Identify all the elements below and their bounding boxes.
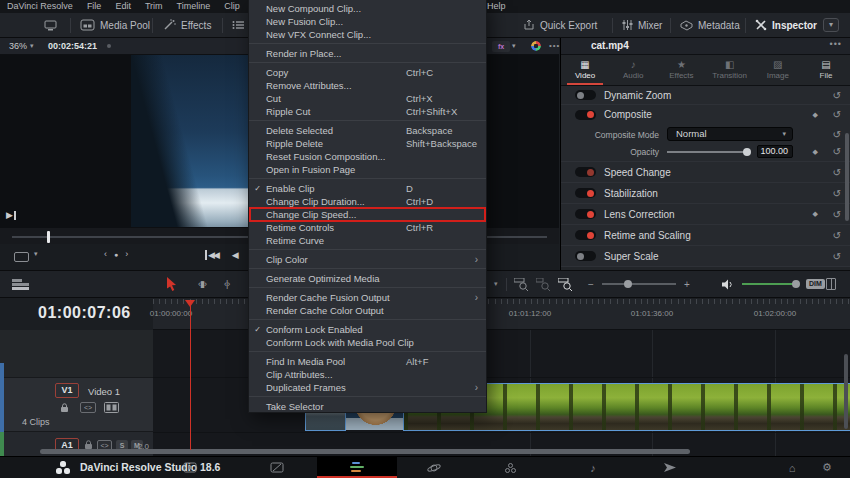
playhead-handle[interactable] xyxy=(185,300,195,307)
reset-icon[interactable]: ↺ xyxy=(833,109,841,120)
context-menu-item-render-in-place[interactable]: Render in Place... xyxy=(249,47,486,60)
toggle-switch[interactable] xyxy=(575,188,596,198)
menu-help[interactable]: Help xyxy=(487,0,506,13)
trim-edit-mode-button[interactable]: ‹▮› xyxy=(198,271,206,297)
selection-tool-button[interactable] xyxy=(166,271,178,297)
inspector-section-retime-and-scaling[interactable]: Retime and Scaling↺ xyxy=(561,225,850,246)
scrub-handle[interactable] xyxy=(47,231,50,243)
context-menu-item-ripple-delete[interactable]: Ripple DeleteShift+Backspace xyxy=(249,137,486,150)
page-edit-tab[interactable] xyxy=(317,457,397,478)
metadata-button[interactable]: Metadata xyxy=(680,13,740,37)
dim-button[interactable]: DIM xyxy=(806,279,825,289)
page-settings-button[interactable]: ⚙ xyxy=(807,457,847,478)
context-menu-item-cut[interactable]: CutCtrl+X xyxy=(249,92,486,105)
inspector-section-speed-change[interactable]: Speed Change↺ xyxy=(561,162,850,183)
context-menu-item-delete-selected[interactable]: Delete SelectedBackspace xyxy=(249,124,486,137)
page-fairlight-tab[interactable]: ♪ xyxy=(573,457,613,478)
context-menu-item-change-clip-speed[interactable]: Change Clip Speed... xyxy=(249,208,486,221)
toggle-switch[interactable] xyxy=(575,251,596,261)
timeline-zoom-slider[interactable] xyxy=(602,283,676,285)
toggle-switch[interactable] xyxy=(575,209,596,219)
viewer-options-button[interactable]: ••• xyxy=(549,38,560,54)
timeline-panels-icon[interactable] xyxy=(826,278,836,290)
page-cut-tab[interactable] xyxy=(257,457,297,478)
inspector-section-stabilization[interactable]: Stabilization↺ xyxy=(561,183,850,204)
timeline-horizontal-scrollbar[interactable] xyxy=(40,449,690,454)
playhead[interactable] xyxy=(190,300,191,450)
zoom-in-button[interactable]: + xyxy=(684,271,690,297)
context-menu-item-find-in-media-pool[interactable]: Find In Media PoolAlt+F xyxy=(249,355,486,368)
toggle-switch[interactable] xyxy=(575,110,596,120)
tab-video[interactable]: ▦Video xyxy=(561,55,609,85)
context-menu-item-duplicated-frames[interactable]: Duplicated Frames› xyxy=(249,381,486,394)
reset-icon[interactable]: ↺ xyxy=(833,209,841,220)
context-menu-item-ripple-cut[interactable]: Ripple CutCtrl+Shift+X xyxy=(249,105,486,118)
context-menu-item-conform-lock-with-media-pool-clip[interactable]: Conform Lock with Media Pool Clip xyxy=(249,336,486,349)
mixer-button[interactable]: Mixer xyxy=(622,13,662,37)
safe-area-button[interactable] xyxy=(14,252,29,262)
inspector-section-composite[interactable]: Composite◆↺ xyxy=(561,105,850,124)
zoom-custom-button[interactable] xyxy=(558,271,573,297)
inspector-section-lens-correction[interactable]: Lens Correction◆↺ xyxy=(561,204,850,225)
chevron-down-icon[interactable]: ▾ xyxy=(494,271,498,297)
tab-file[interactable]: ▤File xyxy=(802,55,850,85)
context-menu-item-clip-attributes[interactable]: Clip Attributes... xyxy=(249,368,486,381)
reset-icon[interactable]: ↺ xyxy=(833,167,841,178)
timeline-view-options-button[interactable] xyxy=(12,271,30,297)
tab-image[interactable]: ▨Image xyxy=(754,55,802,85)
audio-track-header-a1[interactable]: A1<>SM2.0 xyxy=(0,432,153,459)
context-menu-item-conform-lock-enabled[interactable]: ✓Conform Lock Enabled xyxy=(249,323,486,336)
reset-icon[interactable]: ↺ xyxy=(833,251,841,262)
menu-file[interactable]: File xyxy=(80,0,109,13)
reset-icon[interactable]: ↺ xyxy=(833,146,841,157)
context-menu-item-take-selector[interactable]: Take Selector xyxy=(249,400,486,413)
auto-track-selector-icon[interactable]: <> xyxy=(80,402,96,413)
opacity-value-field[interactable]: 100.00 xyxy=(757,145,793,158)
context-menu-item-open-in-fusion-page[interactable]: Open in Fusion Page xyxy=(249,163,486,176)
context-menu-item-generate-optimized-media[interactable]: Generate Optimized Media xyxy=(249,272,486,285)
page-media-tab[interactable] xyxy=(170,457,210,478)
film-strip-icon[interactable] xyxy=(104,402,119,413)
keyframe-icon[interactable]: ◆ xyxy=(813,210,818,218)
zoom-full-extent-button[interactable] xyxy=(514,271,529,297)
video-track-header[interactable]: V1 Video 1 <> 4 Clips xyxy=(0,377,153,432)
zoom-slider-handle[interactable] xyxy=(624,280,632,288)
context-menu-item-render-cache-fusion-output[interactable]: Render Cache Fusion Output› xyxy=(249,291,486,304)
context-menu-item-retime-curve[interactable]: Retime Curve xyxy=(249,234,486,247)
toggle-switch[interactable] xyxy=(575,167,596,177)
page-home-button[interactable]: ⌂ xyxy=(772,457,812,478)
context-menu-item-new-fusion-clip[interactable]: New Fusion Clip... xyxy=(249,15,486,28)
menu-edit[interactable]: Edit xyxy=(108,0,138,13)
next-frame-button[interactable]: › xyxy=(125,249,128,259)
reset-icon[interactable]: ↺ xyxy=(833,230,841,241)
zoom-out-button[interactable]: − xyxy=(588,271,594,297)
context-menu-item-new-compound-clip[interactable]: New Compound Clip... xyxy=(249,2,486,15)
tab-audio[interactable]: ♪Audio xyxy=(609,55,657,85)
video-track-badge[interactable]: V1 xyxy=(55,383,79,398)
lock-icon[interactable] xyxy=(60,403,69,413)
panel-expand-button[interactable]: ▾ xyxy=(823,18,839,32)
tab-transition[interactable]: ◧Transition xyxy=(706,55,754,85)
play-reverse-button[interactable]: ◀ xyxy=(232,250,239,260)
context-menu-item-clip-color[interactable]: Clip Color› xyxy=(249,253,486,266)
effects-button[interactable]: Effects xyxy=(163,13,211,37)
keyframe-icon[interactable]: ◆ xyxy=(813,148,818,156)
timeline-vertical-scrollbar[interactable] xyxy=(844,354,848,429)
context-menu-item-render-cache-color-output[interactable]: Render Cache Color Output xyxy=(249,304,486,317)
inspector-section-super-scale[interactable]: Super Scale↺ xyxy=(561,246,850,267)
page-color-tab[interactable] xyxy=(490,457,530,478)
volume-slider-handle[interactable] xyxy=(792,280,800,288)
inspector-button[interactable]: Inspector xyxy=(755,13,817,37)
menu-clip[interactable]: Clip xyxy=(217,0,247,13)
inspector-options-button[interactable]: ••• xyxy=(830,39,842,49)
skip-forward-icon[interactable]: ▶ xyxy=(6,211,16,220)
page-fusion-tab[interactable] xyxy=(414,457,454,478)
speaker-icon[interactable] xyxy=(722,271,734,297)
reset-icon[interactable]: ↺ xyxy=(833,90,841,101)
opacity-slider[interactable] xyxy=(667,151,749,153)
context-menu-item-retime-controls[interactable]: Retime ControlsCtrl+R xyxy=(249,221,486,234)
menu-davinci-resolve[interactable]: DaVinci Resolve xyxy=(0,0,80,13)
viewer-zoom-select[interactable]: 36% ▾ xyxy=(9,38,34,54)
page-deliver-tab[interactable] xyxy=(650,457,690,478)
color-wheel-icon[interactable] xyxy=(531,41,541,51)
